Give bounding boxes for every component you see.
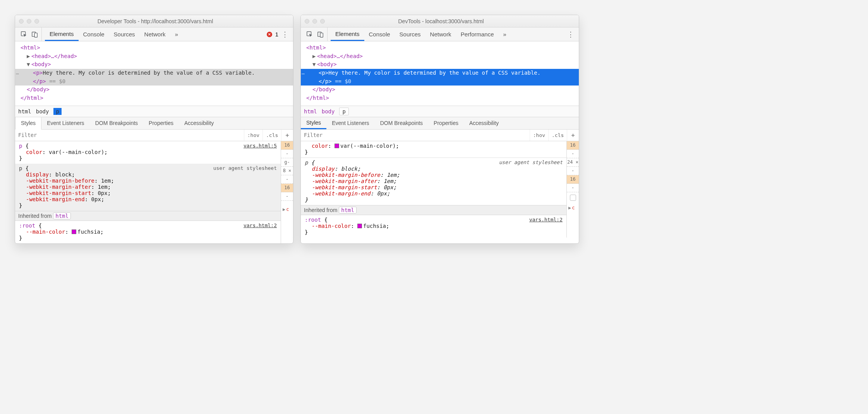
error-count[interactable]: 1	[275, 31, 278, 38]
style-rule-ua[interactable]: user agent stylesheet p { display: block…	[15, 164, 281, 211]
tab-elements[interactable]: Elements	[331, 27, 364, 41]
style-declaration[interactable]: display: block;	[305, 166, 563, 172]
rule-origin-link[interactable]: vars.html:2	[529, 217, 563, 222]
cls-button[interactable]: .cls	[548, 130, 567, 141]
style-declaration[interactable]: -webkit-margin-start: 0px;	[19, 190, 277, 196]
inherited-tag-link[interactable]: html	[53, 212, 71, 219]
tab-event-listeners[interactable]: Event Listeners	[41, 117, 90, 129]
style-declaration[interactable]: display: block;	[19, 171, 277, 178]
tab-performance[interactable]: Performance	[456, 27, 499, 41]
device-icon[interactable]	[31, 31, 38, 38]
dom-body-open[interactable]: ▼<body>	[15, 60, 293, 69]
tab-accessibility[interactable]: Accessibility	[464, 117, 504, 129]
inspect-icon[interactable]	[21, 31, 27, 38]
style-rule-p[interactable]: color: var(--main-color); }	[301, 141, 566, 158]
dom-html-open[interactable]: <html>	[301, 44, 579, 52]
style-rule-root[interactable]: vars.html:2 :root { --main-color: fuchsi…	[301, 215, 566, 238]
rule-origin-link[interactable]: vars.html:2	[244, 222, 277, 228]
inherited-tag-link[interactable]: html	[339, 207, 357, 214]
tab-elements[interactable]: Elements	[45, 27, 79, 41]
expand-icon[interactable]: ▶	[27, 52, 31, 61]
style-declaration[interactable]: -webkit-margin-end: 0px;	[305, 190, 563, 197]
style-declaration[interactable]: -webkit-margin-after: 1em;	[305, 178, 563, 184]
dom-body-close[interactable]: </body>	[15, 86, 293, 94]
inherited-from-bar: Inherited from html	[15, 211, 281, 221]
cls-button[interactable]: .cls	[262, 130, 281, 141]
style-declaration[interactable]: -webkit-margin-end: 0px;	[19, 196, 277, 202]
style-declaration[interactable]: color: var(--main-color);	[19, 149, 277, 155]
inspect-icon[interactable]	[306, 31, 313, 38]
gutter-checkbox[interactable]	[567, 192, 579, 203]
dom-p-close[interactable]: </p> == $0	[301, 77, 579, 86]
settings-menu-icon[interactable]: ⋮	[567, 30, 574, 39]
dom-body-open[interactable]: ▼<body>	[301, 60, 579, 69]
rule-selector[interactable]: p	[19, 143, 22, 149]
tab-accessibility[interactable]: Accessibility	[179, 117, 219, 129]
dom-html-close[interactable]: </html>	[301, 94, 579, 103]
dom-head[interactable]: ▶<head>…</head>	[301, 52, 579, 61]
dom-html-open[interactable]: <html>	[15, 44, 293, 52]
filter-input[interactable]	[301, 132, 530, 138]
style-declaration[interactable]: -webkit-margin-start: 0px;	[305, 184, 563, 190]
rule-selector[interactable]: p	[305, 159, 308, 166]
color-swatch-icon[interactable]	[357, 224, 362, 228]
inherited-from-bar: Inherited from html	[301, 205, 566, 215]
style-rule-p[interactable]: vars.html:5 p { color: var(--main-color)…	[15, 141, 281, 164]
error-count-icon[interactable]: ✕	[267, 32, 272, 37]
tab-properties[interactable]: Properties	[143, 117, 179, 129]
tab-event-listeners[interactable]: Event Listeners	[326, 117, 375, 129]
device-icon[interactable]	[317, 31, 324, 38]
style-rule-ua[interactable]: user agent stylesheet p { display: block…	[301, 158, 566, 205]
tab-network[interactable]: Network	[425, 27, 456, 41]
gutter-cell: ▶c	[567, 203, 579, 212]
dom-tree[interactable]: <html> ▶<head>…</head> ▼<body> <p>Hey th…	[301, 41, 579, 106]
style-declaration[interactable]: -webkit-margin-before: 1em;	[19, 178, 277, 184]
new-style-rule-button[interactable]: +	[567, 130, 579, 141]
style-declaration[interactable]: -webkit-margin-before: 1em;	[305, 172, 563, 178]
rule-selector[interactable]: :root	[305, 217, 321, 223]
filter-input[interactable]	[15, 132, 244, 138]
expand-icon[interactable]: ▶	[312, 52, 317, 61]
breadcrumb-body[interactable]: body	[322, 108, 335, 115]
color-swatch-icon[interactable]	[72, 229, 76, 234]
rule-selector[interactable]: :root	[19, 222, 35, 229]
tab-styles[interactable]: Styles	[15, 117, 41, 130]
dom-p-selected[interactable]: <p>Hey there. My color is determined by …	[15, 69, 293, 77]
breadcrumb-p[interactable]: p	[339, 108, 348, 115]
hov-button[interactable]: :hov	[530, 130, 548, 141]
style-declaration[interactable]: color: var(--main-color);	[305, 143, 563, 149]
breadcrumb-body[interactable]: body	[36, 108, 49, 115]
style-declaration[interactable]: -webkit-margin-after: 1em;	[19, 184, 277, 190]
dom-p-selected[interactable]: <p>Hey there. My color is determined by …	[301, 69, 579, 77]
hov-button[interactable]: :hov	[244, 130, 262, 141]
style-declaration[interactable]: --main-color: fuchsia;	[19, 229, 277, 235]
new-style-rule-button[interactable]: +	[281, 130, 293, 141]
tab-dom-breakpoints[interactable]: DOM Breakpoints	[90, 117, 143, 129]
tabs-overflow-icon[interactable]: »	[499, 27, 510, 41]
settings-menu-icon[interactable]: ⋮	[281, 30, 288, 39]
dom-body-close[interactable]: </body>	[301, 86, 579, 94]
rule-selector[interactable]: p	[19, 165, 22, 171]
tab-dom-breakpoints[interactable]: DOM Breakpoints	[375, 117, 428, 129]
tab-sources[interactable]: Sources	[395, 27, 425, 41]
style-rule-root[interactable]: vars.html:2 :root { --main-color: fuchsi…	[15, 221, 281, 243]
tab-network[interactable]: Network	[140, 27, 170, 41]
tab-properties[interactable]: Properties	[428, 117, 464, 129]
tab-console[interactable]: Console	[364, 27, 395, 41]
tab-styles[interactable]: Styles	[301, 117, 326, 129]
collapse-icon[interactable]: ▼	[27, 60, 31, 69]
tabs-overflow-icon[interactable]: »	[170, 27, 182, 41]
breadcrumb-p[interactable]: p	[53, 108, 61, 115]
dom-html-close[interactable]: </html>	[15, 94, 293, 103]
breadcrumb-html[interactable]: html	[18, 108, 31, 115]
tab-console[interactable]: Console	[79, 27, 109, 41]
breadcrumb-html[interactable]: html	[304, 108, 317, 115]
dom-tree[interactable]: <html> ▶<head>…</head> ▼<body> <p>Hey th…	[15, 41, 293, 106]
collapse-icon[interactable]: ▼	[312, 60, 317, 69]
dom-head[interactable]: ▶<head>…</head>	[15, 52, 293, 61]
rule-origin-link[interactable]: vars.html:5	[244, 143, 277, 149]
style-declaration[interactable]: --main-color: fuchsia;	[305, 223, 563, 229]
dom-p-close[interactable]: </p> == $0	[15, 77, 293, 86]
color-swatch-icon[interactable]	[335, 144, 339, 148]
tab-sources[interactable]: Sources	[109, 27, 140, 41]
